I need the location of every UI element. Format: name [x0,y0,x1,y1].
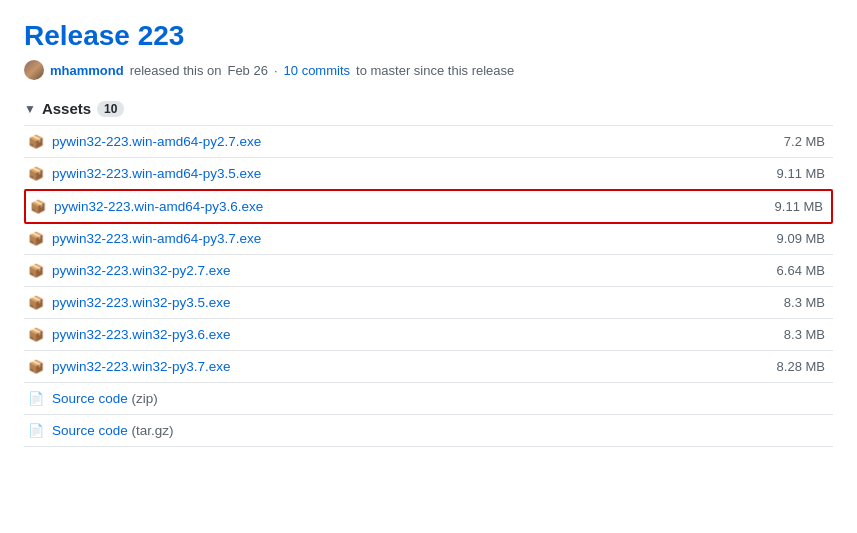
file-exe-icon: 📦 [28,359,44,374]
release-title: Release 223 [24,20,833,52]
asset-list: 📦pywin32-223.win-amd64-py2.7.exe7.2 MB📦p… [24,125,833,447]
file-exe-icon: 📦 [28,166,44,181]
asset-left: 📦pywin32-223.win32-py3.5.exe [28,295,231,310]
asset-size: 9.09 MB [777,231,829,246]
asset-left: 📄Source code (tar.gz) [28,423,174,438]
asset-left: 📦pywin32-223.win32-py3.6.exe [28,327,231,342]
file-exe-icon: 📦 [28,263,44,278]
asset-left: 📦pywin32-223.win-amd64-py3.5.exe [28,166,261,181]
file-source-icon: 📄 [28,391,44,406]
asset-item: 📦pywin32-223.win-amd64-py3.5.exe9.11 MB [24,158,833,190]
asset-link[interactable]: pywin32-223.win32-py3.5.exe [52,295,231,310]
asset-size: 6.64 MB [777,263,829,278]
assets-count: 10 [97,101,124,117]
file-exe-icon: 📦 [28,134,44,149]
separator: · [274,63,278,78]
author-link[interactable]: mhammond [50,63,124,78]
asset-link[interactable]: Source code (tar.gz) [52,423,174,438]
asset-link[interactable]: pywin32-223.win32-py3.7.exe [52,359,231,374]
file-exe-icon: 📦 [28,231,44,246]
asset-left: 📦pywin32-223.win-amd64-py3.6.exe [30,199,263,214]
asset-left: 📦pywin32-223.win-amd64-py2.7.exe [28,134,261,149]
asset-link[interactable]: pywin32-223.win-amd64-py3.5.exe [52,166,261,181]
release-meta: mhammond released this on Feb 26 · 10 co… [24,60,833,80]
asset-item: 📦pywin32-223.win-amd64-py3.7.exe9.09 MB [24,223,833,255]
assets-section: ▼ Assets 10 📦pywin32-223.win-amd64-py2.7… [24,100,833,447]
file-exe-icon: 📦 [28,327,44,342]
assets-label: Assets [42,100,91,117]
asset-size: 7.2 MB [784,134,829,149]
asset-link[interactable]: pywin32-223.win-amd64-py3.6.exe [54,199,263,214]
asset-item: 📄Source code (tar.gz) [24,415,833,447]
asset-left: 📦pywin32-223.win-amd64-py3.7.exe [28,231,261,246]
file-source-icon: 📄 [28,423,44,438]
asset-link[interactable]: pywin32-223.win-amd64-py2.7.exe [52,134,261,149]
asset-size: 8.3 MB [784,295,829,310]
assets-header[interactable]: ▼ Assets 10 [24,100,833,117]
asset-size: 9.11 MB [777,166,829,181]
asset-item: 📦pywin32-223.win-amd64-py2.7.exe7.2 MB [24,126,833,158]
asset-item: 📦pywin32-223.win32-py3.7.exe8.28 MB [24,351,833,383]
commits-suffix: to master since this release [356,63,514,78]
asset-size: 9.11 MB [775,199,827,214]
asset-left: 📦pywin32-223.win32-py2.7.exe [28,263,231,278]
asset-item: 📦pywin32-223.win-amd64-py3.6.exe9.11 MB [24,189,833,224]
released-text: released this on [130,63,222,78]
asset-item: 📦pywin32-223.win32-py3.5.exe8.3 MB [24,287,833,319]
asset-size: 8.28 MB [777,359,829,374]
asset-item: 📦pywin32-223.win32-py3.6.exe8.3 MB [24,319,833,351]
asset-size: 8.3 MB [784,327,829,342]
avatar [24,60,44,80]
file-exe-icon: 📦 [28,295,44,310]
asset-link[interactable]: pywin32-223.win-amd64-py3.7.exe [52,231,261,246]
asset-link[interactable]: pywin32-223.win32-py2.7.exe [52,263,231,278]
asset-left: 📄Source code (zip) [28,391,158,406]
commits-link[interactable]: 10 commits [284,63,350,78]
asset-item: 📄Source code (zip) [24,383,833,415]
asset-link[interactable]: pywin32-223.win32-py3.6.exe [52,327,231,342]
asset-left: 📦pywin32-223.win32-py3.7.exe [28,359,231,374]
chevron-down-icon: ▼ [24,102,36,116]
file-exe-icon: 📦 [30,199,46,214]
asset-item: 📦pywin32-223.win32-py2.7.exe6.64 MB [24,255,833,287]
asset-link[interactable]: Source code (zip) [52,391,158,406]
release-date: Feb 26 [227,63,267,78]
